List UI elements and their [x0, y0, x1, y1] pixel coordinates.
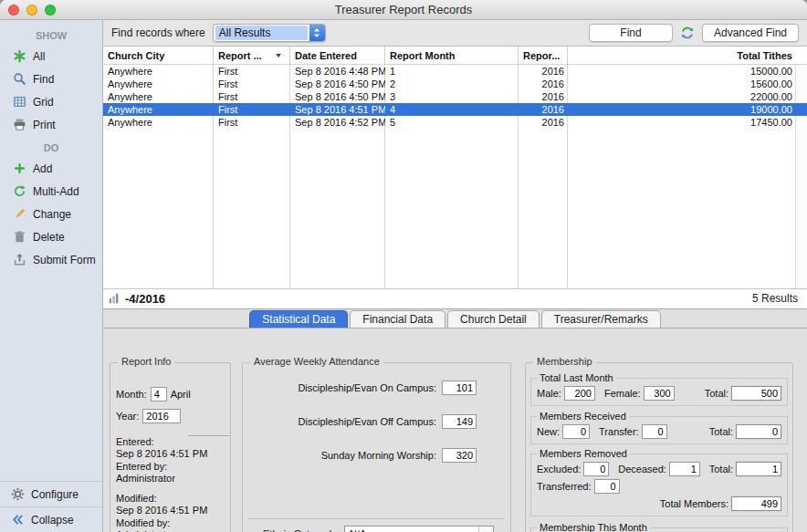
month-label: Month: — [116, 389, 147, 400]
total-removed-field[interactable] — [736, 462, 781, 476]
report-info-group: Report Info Month: April Year: Enter — [110, 362, 231, 532]
cell-church-city: Anywhere — [103, 116, 214, 129]
main-area: Find records where All Results Find Adva… — [103, 20, 807, 532]
total-received-field[interactable] — [736, 424, 781, 439]
sort-chevron-icon — [276, 54, 281, 57]
ethnic-outreach-dropdown[interactable]: N/A — [344, 526, 494, 532]
cell-report-month: 2 — [385, 78, 519, 90]
statistical-data-panel: Report Info Month: April Year: Enter — [103, 329, 807, 532]
month-field[interactable] — [151, 387, 167, 402]
tab-statistical-data[interactable]: Statistical Data — [249, 310, 348, 328]
ethnic-outreach-label: Ethnic Outreach — [263, 528, 335, 532]
excluded-label: Excluded: — [537, 464, 581, 475]
cell-report-month: 5 — [385, 116, 519, 129]
cell-report-year: 2016 — [519, 103, 568, 116]
column-header-total-tithes[interactable]: Total Tithes — [568, 47, 807, 64]
cell-date-entered: Sep 8 2016 4:48 PM — [290, 65, 385, 78]
find-records-where-label: Find records where — [111, 26, 205, 39]
on-campus-field[interactable] — [442, 381, 477, 395]
members-removed-title: Members Removed — [537, 448, 630, 459]
tab-financial-data[interactable]: Financial Data — [350, 310, 445, 328]
sidebar-item-add[interactable]: Add — [0, 157, 102, 180]
table-row[interactable]: Anywhere First Sep 8 2016 4:50 PM 3 2016… — [103, 90, 807, 103]
modified-by-label: Modified by: — [116, 517, 230, 530]
cell-report: First — [214, 65, 290, 78]
cell-report-year: 2016 — [519, 78, 568, 90]
refresh-icon[interactable] — [680, 26, 695, 40]
sidebar-item-delete[interactable]: Delete — [0, 225, 102, 248]
cell-church-city: Anywhere — [103, 103, 214, 116]
column-header-church-city[interactable]: Church City — [103, 47, 214, 64]
sidebar-item-multi-add[interactable]: Multi-Add — [0, 180, 102, 203]
sidebar-item-all[interactable]: All — [0, 45, 102, 68]
sidebar-item-find[interactable]: Find — [0, 68, 102, 90]
advanced-find-button[interactable]: Advanced Find — [702, 24, 799, 42]
cell-report-year: 2016 — [519, 90, 568, 103]
find-button[interactable]: Find — [589, 24, 673, 42]
sidebar-item-print[interactable]: Print — [0, 113, 102, 136]
transferred-field[interactable] — [594, 479, 620, 494]
female-label: Female: — [604, 388, 641, 399]
total-label: Total: — [705, 388, 728, 399]
plus-icon — [13, 162, 26, 175]
window-controls — [8, 5, 56, 16]
total-last-month-field[interactable] — [731, 386, 781, 401]
sidebar-item-collapse[interactable]: Collapse — [0, 506, 102, 532]
attendance-title: Average Weekly Attendance — [250, 356, 383, 367]
column-header-report-year[interactable]: Repor... — [519, 47, 568, 64]
trash-icon — [13, 230, 26, 244]
cell-date-entered: Sep 8 2016 4:50 PM — [290, 78, 385, 90]
tab-church-detail[interactable]: Church Detail — [447, 310, 540, 328]
sidebar-footer: Configure Collapse — [0, 481, 102, 532]
sidebar-item-label: Delete — [33, 231, 65, 244]
sidebar-item-configure[interactable]: Configure — [0, 481, 102, 506]
sidebar-item-submit-form[interactable]: Submit Form — [0, 248, 102, 271]
column-header-report[interactable]: Report ... — [214, 47, 290, 64]
sidebar-item-grid[interactable]: Grid — [0, 90, 102, 113]
cell-report-month: 1 — [385, 65, 519, 78]
new-field[interactable] — [562, 424, 590, 439]
results-filter-popup[interactable]: All Results — [213, 24, 326, 42]
members-received-subgroup: Members Received New: Transfer: Total: — [530, 416, 788, 444]
current-record-label: -4/2016 — [125, 292, 165, 306]
cell-report: First — [214, 103, 290, 116]
table-row[interactable]: Anywhere First Sep 8 2016 4:50 PM 2 2016… — [103, 78, 807, 90]
male-field[interactable] — [564, 386, 595, 401]
dropdown-value: N/A — [345, 528, 478, 532]
membership-this-month-subgroup: Membership This Month Male: Female: Tota… — [530, 527, 788, 532]
table-row[interactable]: Anywhere First Sep 8 2016 4:48 PM 1 2016… — [103, 65, 807, 78]
total-label: Total: — [709, 426, 733, 437]
transferred-label: Transferred: — [537, 481, 592, 492]
year-field[interactable] — [142, 409, 181, 423]
on-campus-label: Discipleship/Evan On Campus: — [298, 382, 436, 393]
gear-icon — [11, 487, 25, 501]
sunday-worship-field[interactable] — [442, 448, 477, 463]
sidebar-item-label: Change — [33, 208, 71, 221]
column-header-date-entered[interactable]: Date Entered — [290, 47, 385, 64]
cell-total-tithes: 19000.00 — [568, 103, 807, 116]
minimize-window-button[interactable] — [26, 5, 37, 16]
female-field[interactable] — [644, 386, 675, 401]
attendance-group: Average Weekly Attendance Discipleship/E… — [242, 362, 511, 532]
table-row[interactable]: Anywhere First Sep 8 2016 4:52 PM 5 2016… — [103, 116, 807, 129]
submit-arrow-icon — [13, 253, 26, 266]
results-count: 5 Results — [752, 292, 798, 305]
sidebar-item-label: Print — [33, 119, 56, 131]
off-campus-field[interactable] — [442, 414, 477, 429]
excluded-field[interactable] — [583, 462, 609, 476]
membership-title: Membership — [533, 356, 596, 367]
deceased-field[interactable] — [669, 462, 700, 476]
close-window-button[interactable] — [8, 5, 19, 16]
sidebar-item-change[interactable]: Change — [0, 203, 102, 225]
transfer-field[interactable] — [642, 424, 667, 439]
detail-area: Statistical Data Financial Data Church D… — [103, 309, 807, 532]
zoom-window-button[interactable] — [45, 5, 56, 16]
cell-church-city: Anywhere — [103, 78, 214, 90]
total-members-field[interactable] — [731, 496, 781, 511]
cell-total-tithes: 15000.00 — [568, 65, 807, 78]
sunday-worship-label: Sunday Morning Worship: — [321, 450, 436, 461]
table-row-selected[interactable]: Anywhere First Sep 8 2016 4:51 PM 4 2016… — [103, 103, 807, 116]
deceased-label: Deceased: — [618, 464, 666, 475]
column-header-report-month[interactable]: Report Month — [385, 47, 519, 64]
tab-treasurer-remarks[interactable]: Treasurer/Remarks — [541, 310, 661, 328]
